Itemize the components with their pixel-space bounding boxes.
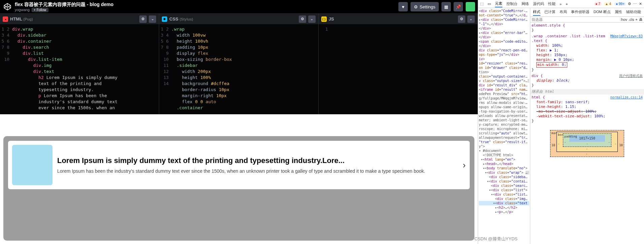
subtab-a11y[interactable]: 辅助功能 (626, 9, 641, 16)
warning-badge[interactable]: ▲ 4 (604, 2, 612, 6)
codepen-logo[interactable] (3, 2, 12, 11)
pen-title: flex 容器被子元素内容撑开的问题 - blog demo (15, 2, 396, 8)
subtab-props[interactable]: 属性 (615, 9, 622, 16)
settings-button[interactable]: ⚙Settings (410, 2, 439, 11)
item-image (12, 145, 52, 185)
tab-elements[interactable]: 元素 (495, 0, 502, 7)
js-icon: { } (321, 16, 327, 22)
preview-pane: Lorem Ipsum is simply dummy text of the … (0, 114, 478, 244)
print-icon[interactable]: 🖶 (639, 17, 643, 22)
subtab-event[interactable]: 事件侦听器 (571, 9, 589, 16)
js-code[interactable]: 1 (319, 24, 477, 114)
box-model: margin- 10 10 - border---- padding---- 1… (550, 130, 624, 157)
follow-button[interactable]: + Follow (32, 8, 48, 12)
editors-row: ⬥ HTML (Pug) ⚙ ⌄ 1 2 3 4 5 6 7 8 9 10 di… (0, 13, 478, 114)
devtools-panel: ⬚ ▭ 元素 控制台 网络 源代码 性能 » + ● 7 ▲ 4 ● 99+ ⚙… (478, 0, 644, 244)
list-item: Lorem Ipsum is simply dummy text of the … (8, 141, 470, 189)
chevron-right-icon[interactable]: › (463, 160, 466, 170)
inspect-icon[interactable]: ⬚ (480, 2, 484, 6)
plus-button[interactable]: + (636, 17, 638, 22)
subtab-styles[interactable]: 样式 (533, 9, 540, 16)
item-text: Lorem Ipsum is simply dummy text of the … (57, 156, 458, 174)
editor-chevron-button[interactable]: ⌄ (467, 15, 475, 23)
tab-console[interactable]: 控制台 (506, 1, 517, 7)
avatar[interactable] (466, 2, 475, 11)
pin-button[interactable]: 📌 (454, 2, 463, 11)
subtab-layout[interactable]: 布局 (560, 9, 567, 16)
error-badge[interactable]: ● 7 (594, 2, 602, 6)
device-icon[interactable]: ▭ (488, 2, 491, 6)
editor-chevron-button[interactable]: ⌄ (149, 15, 156, 23)
item-paragraph: Lorem Ipsum has been the industry's stan… (57, 168, 458, 174)
item-title: Lorem Ipsum is simply dummy text of the … (57, 156, 458, 165)
tab-network[interactable]: 网络 (522, 1, 529, 7)
app-header: flex 容器被子元素内容撑开的问题 - blog demo yogwang +… (0, 0, 478, 13)
editor-settings-button[interactable]: ⚙ (458, 15, 465, 23)
subtab-dom[interactable]: DOM 断点 (594, 9, 611, 16)
tab-sources[interactable]: 源代码 (533, 1, 544, 7)
cls-button[interactable]: .cls (629, 17, 634, 22)
devtools-tabs: ⬚ ▭ 元素 控制台 网络 源代码 性能 » + ● 7 ▲ 4 ● 99+ ⚙… (478, 0, 644, 8)
editor-chevron-button[interactable]: ⌄ (308, 15, 316, 23)
editor-settings-button[interactable]: ⚙ (299, 15, 306, 23)
layout-button[interactable]: ▦ (441, 2, 451, 11)
html-code[interactable]: 1 2 3 4 5 6 7 8 9 10 div.wrap div.sideba… (0, 24, 159, 114)
css-code[interactable]: 1 2 3 4 5 6 7 8 9 10 11 12 13 14 .wrap w… (159, 24, 318, 114)
subtab-computed[interactable]: 已计算 (544, 9, 556, 16)
favorite-button[interactable]: ♥ (398, 2, 408, 11)
more-icon[interactable]: ⋯ (633, 2, 637, 6)
gear-icon: ⚙ (414, 4, 418, 9)
close-icon[interactable]: ✕ (639, 2, 642, 6)
watermark: CSDN @滕青山YYDS (474, 236, 517, 242)
styles-body[interactable]: element.style {} MWqqjmM?view=:83 .wrap … (530, 23, 644, 244)
info-badge[interactable]: ● 99+ (614, 2, 626, 6)
hov-button[interactable]: :hov (620, 17, 627, 22)
css-editor: ✱ CSS (Stylus) ⚙ ⌄ 1 2 3 4 5 6 7 8 9 10 … (159, 13, 318, 114)
settings-icon[interactable]: ⚙ (628, 2, 631, 6)
tab-add[interactable]: + (566, 1, 568, 7)
js-editor: { } JS ⚙ ⌄ 1 (319, 13, 478, 114)
filter-input[interactable] (532, 17, 619, 22)
styles-panel: 样式 已计算 布局 事件侦听器 DOM 断点 属性 辅助功能 :hov .cls… (530, 8, 644, 244)
editor-settings-button[interactable]: ⚙ (139, 15, 147, 23)
tab-performance[interactable]: 性能 (548, 1, 556, 7)
tab-more[interactable]: » (560, 1, 562, 7)
preview-list[interactable]: Lorem Ipsum is simply dummy text of the … (3, 136, 474, 241)
html-icon: ⬥ (3, 16, 8, 22)
author-name[interactable]: yogwang (15, 8, 30, 12)
css-icon: ✱ (162, 16, 167, 22)
html-editor: ⬥ HTML (Pug) ⚙ ⌄ 1 2 3 4 5 6 7 8 9 10 di… (0, 13, 159, 114)
dom-tree[interactable]: <div class="CodeMirror-gutt not-content=… (478, 8, 530, 244)
